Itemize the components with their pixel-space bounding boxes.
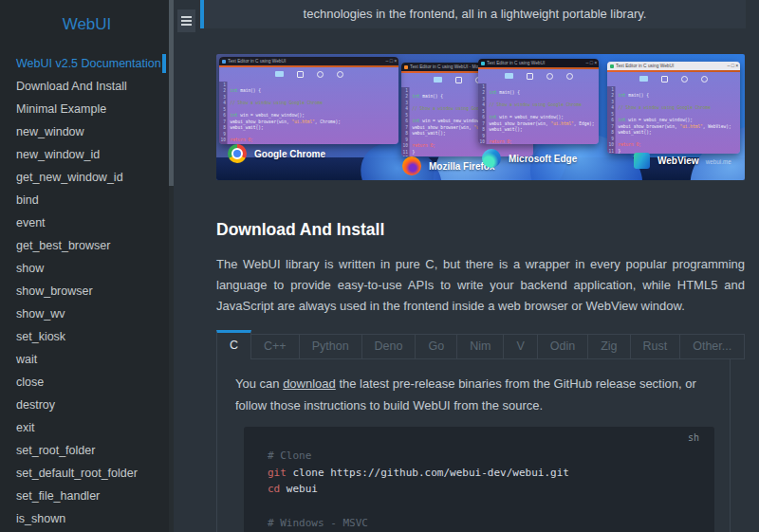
sidebar-item-label: set_file_handler — [16, 489, 100, 503]
text-segment: webui_show_browser(win, — [412, 125, 473, 130]
sidebar-item-label: Minimal Example — [16, 102, 106, 116]
sidebar-item[interactable]: destroy — [0, 394, 174, 416]
tab-bar: CC++PythonDenoGoNimVOdinZigRustOther... — [216, 330, 731, 359]
code-line: # Clone — [268, 448, 699, 465]
text-segment: webui_show_browser(win, — [230, 119, 291, 124]
hero-window-chrome: Text Editor in C using WebUI– □ ×1234567… — [219, 57, 398, 144]
source-line: // Show a window using Google Chrome — [489, 102, 594, 109]
text-segment: } — [618, 149, 620, 154]
editor-code: 123456789101112 int main() { // Show a w… — [219, 82, 398, 144]
tab-odin[interactable]: Odin — [537, 334, 588, 359]
hero-watermark: webui.me — [706, 159, 731, 166]
folder-icon — [275, 71, 284, 77]
text-segment: You can — [235, 376, 283, 391]
sidebar-item[interactable]: show — [0, 257, 174, 280]
sidebar-item-label: close — [16, 376, 44, 389]
sidebar-item-label: wait — [16, 353, 37, 366]
window-title: Text Editor in C using WebUI — [616, 64, 689, 68]
site-title[interactable]: WebUI — [0, 15, 174, 34]
line-numbers: 123456789101112 — [478, 83, 486, 144]
firefox-logo-icon — [402, 156, 421, 175]
sidebar-item[interactable]: bind — [0, 189, 174, 211]
tab-v[interactable]: V — [503, 334, 537, 359]
text-segment: int — [618, 118, 628, 122]
tab-zig[interactable]: Zig — [587, 334, 630, 359]
text-segment: main() { — [240, 88, 261, 93]
folder-icon — [639, 76, 648, 82]
window-app-icon — [610, 64, 614, 68]
intro-paragraph: The WebUI library is written in pure C, … — [216, 254, 745, 317]
sidebar-item[interactable]: set_default_root_folder — [0, 462, 174, 485]
text-segment: , Edge); — [574, 121, 595, 126]
text-segment: main() { — [628, 93, 649, 98]
sidebar-item-label: exit — [16, 421, 34, 434]
sidebar-item[interactable]: get_best_browser — [0, 234, 174, 257]
tab-go[interactable]: Go — [415, 334, 457, 359]
code-line: cd webui — [268, 481, 699, 498]
text-segment: int — [412, 119, 422, 123]
text-segment: webui_wait(); — [489, 127, 522, 132]
hero-image: webui.me Text Editor in C using WebUI– □… — [216, 54, 745, 180]
sidebar-item-label: set_root_folder — [16, 444, 95, 457]
text-segment: webui_wait(); — [412, 131, 445, 136]
sidebar-item-label: bind — [16, 193, 39, 207]
text-segment: win = webui_new_window(); — [422, 119, 487, 123]
window-title: Text Editor in C using WebUI — [487, 61, 552, 65]
sidebar-item-label: is_shown — [16, 512, 65, 525]
help-icon — [566, 73, 573, 80]
browser-name: WebView — [657, 156, 699, 166]
language-tabs: CC++PythonDenoGoNimVOdinZigRustOther... … — [216, 330, 731, 532]
browser-name: Microsoft Edge — [509, 154, 577, 164]
tab-other[interactable]: Other... — [679, 334, 745, 359]
help-icon — [337, 71, 343, 78]
text-segment: return 0; — [489, 139, 511, 144]
text-segment: main() { — [422, 94, 443, 99]
sidebar-item[interactable]: exit — [0, 416, 174, 439]
editor-toolbar — [607, 72, 740, 85]
sidebar-item[interactable]: set_root_folder — [0, 439, 174, 462]
download-link[interactable]: download — [283, 376, 336, 391]
sidebar-item[interactable]: Minimal Example — [0, 98, 174, 120]
sidebar-item[interactable]: wait — [0, 348, 174, 371]
sidebar-item-label: show_wv — [16, 307, 65, 321]
run-icon — [546, 73, 553, 80]
source-lines: int main() { // Show a window using Goog… — [486, 83, 594, 144]
text-segment: "ui.html" — [291, 119, 314, 124]
tab-nim[interactable]: Nim — [456, 334, 504, 359]
folder-icon — [434, 77, 442, 83]
sidebar-item-label: get_best_browser — [16, 239, 110, 252]
window-app-icon — [404, 65, 408, 69]
window-titlebar: Text Editor in C using WebUI– □ × — [478, 59, 599, 67]
sidebar-item[interactable]: WebUI v2.5 Documentation — [0, 52, 174, 75]
text-segment: webui_wait(); — [618, 130, 651, 135]
text-segment: int — [489, 115, 499, 119]
sidebar-item[interactable]: set_file_handler — [0, 485, 174, 507]
sidebar-item[interactable]: get_new_window_id — [0, 166, 174, 189]
sidebar-item[interactable]: show_browser — [0, 280, 174, 303]
sidebar-item[interactable]: close — [0, 371, 174, 394]
text-segment: "ui.html" — [550, 121, 573, 126]
sidebar-nav: WebUI v2.5 DocumentationDownload And Ins… — [0, 52, 174, 530]
sidebar-item[interactable]: new_window_id — [0, 143, 174, 166]
sidebar-item[interactable]: new_window — [0, 120, 174, 143]
sidebar-item[interactable]: is_shown — [0, 507, 174, 530]
sidebar-item[interactable]: show_wv — [0, 303, 174, 325]
browser-name: Google Chrome — [254, 149, 325, 159]
window-app-icon — [222, 60, 226, 64]
tab-deno[interactable]: Deno — [361, 334, 417, 359]
tab-python[interactable]: Python — [299, 334, 362, 359]
code-language-label: sh — [688, 432, 699, 443]
run-icon — [317, 71, 324, 78]
text-segment: } — [412, 150, 415, 155]
sidebar-item-label: set_kiosk — [16, 330, 65, 343]
text-segment: main() { — [499, 90, 520, 95]
tab-c[interactable]: C++ — [250, 334, 300, 359]
sidebar-item[interactable]: event — [0, 211, 174, 234]
window-controls: – □ × — [585, 60, 597, 65]
tab-c[interactable]: C — [216, 330, 251, 359]
tab-rust[interactable]: Rust — [630, 334, 681, 359]
window-titlebar: Text Editor in C using WebUI– □ × — [607, 62, 740, 70]
sidebar-item[interactable]: set_kiosk — [0, 325, 174, 348]
sidebar-item[interactable]: Download And Install — [0, 75, 174, 98]
code-lines: # Clonegit clone https://github.com/webu… — [268, 448, 699, 532]
